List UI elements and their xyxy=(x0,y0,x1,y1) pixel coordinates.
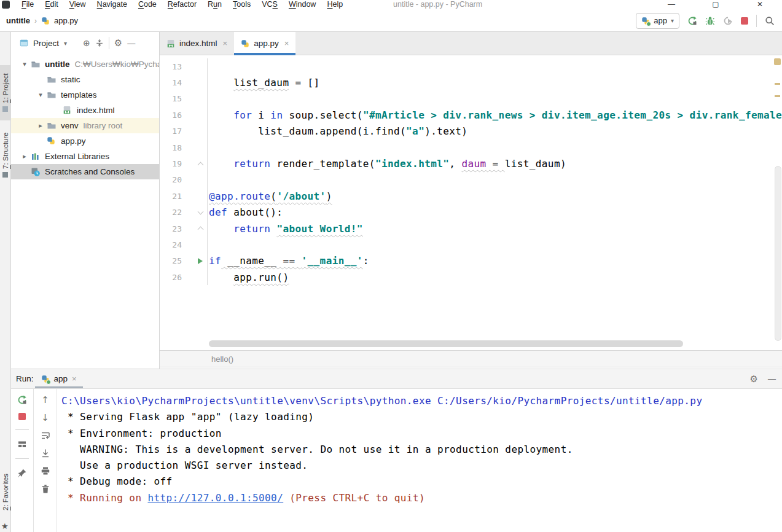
close-tab-icon[interactable]: × xyxy=(72,374,77,383)
code-line-25[interactable]: 25if __name__ == '__main__': xyxy=(160,253,782,269)
clear-all-button[interactable] xyxy=(41,484,50,494)
gutter[interactable]: 13 xyxy=(160,58,208,74)
code-line-18[interactable]: 18 xyxy=(160,139,782,155)
scroll-to-end-button[interactable] xyxy=(41,448,50,458)
maximize-icon[interactable]: ▢ xyxy=(694,0,738,9)
chevron-down-icon[interactable]: ▾ xyxy=(64,40,67,47)
minimize-icon[interactable]: — xyxy=(649,0,694,9)
code-editor[interactable]: 1314 list_daum = []1516 for i in soup.se… xyxy=(160,55,782,285)
code-line-19[interactable]: 19 return render_template("index.html", … xyxy=(160,155,782,171)
inspection-status-icon[interactable] xyxy=(774,58,781,65)
tree-item-untitle[interactable]: ▾untitleC:₩Users₩kio₩Pycha xyxy=(11,57,159,72)
menu-refactor[interactable]: Refactor xyxy=(162,0,202,10)
warning-mark[interactable] xyxy=(775,95,780,97)
gear-icon[interactable]: ⚙ xyxy=(114,37,122,49)
tree-item-static[interactable]: static xyxy=(11,72,159,87)
menu-window[interactable]: Window xyxy=(283,0,321,10)
gutter[interactable]: 23 xyxy=(160,221,208,237)
tree-expanded-icon[interactable]: ▾ xyxy=(34,91,47,99)
gutter[interactable]: 26 xyxy=(160,269,208,285)
fold-marker-icon[interactable] xyxy=(198,227,204,233)
tree-item-external-libraries[interactable]: ▸External Libraries xyxy=(11,149,159,164)
vertical-scrollbar[interactable] xyxy=(775,166,781,341)
close-tab-icon[interactable]: × xyxy=(223,39,228,48)
tab-app-py[interactable]: app.py × xyxy=(234,32,295,55)
hide-panel-icon[interactable]: — xyxy=(768,374,776,383)
menu-view[interactable]: View xyxy=(64,0,92,10)
rerun-button[interactable] xyxy=(687,16,697,26)
breadcrumb-file[interactable]: app.py xyxy=(54,16,78,25)
gear-icon[interactable]: ⚙ xyxy=(750,374,758,385)
close-icon[interactable]: ✕ xyxy=(738,0,782,9)
tool-button-structure[interactable]: 7: Structure xyxy=(0,124,11,186)
tree-expanded-icon[interactable]: ▾ xyxy=(18,60,31,68)
horizontal-scrollbar[interactable] xyxy=(209,340,683,347)
tree-collapsed-icon[interactable]: ▸ xyxy=(18,152,31,160)
menu-vcs[interactable]: VCS xyxy=(256,0,283,10)
run-line-icon[interactable] xyxy=(198,258,203,264)
code-line-14[interactable]: 14 list_daum = [] xyxy=(160,74,782,90)
hide-panel-icon[interactable]: — xyxy=(127,39,135,48)
up-stacktrace-icon[interactable]: ↑ xyxy=(41,395,49,405)
code-line-13[interactable]: 13 xyxy=(160,58,782,74)
gutter[interactable]: 22 xyxy=(160,205,208,221)
gutter[interactable]: 18 xyxy=(160,139,208,155)
stop-button[interactable] xyxy=(18,413,26,420)
tree-item-templates[interactable]: ▾templates xyxy=(11,87,159,103)
tree-item-app-py[interactable]: app.py xyxy=(11,133,159,149)
code-line-24[interactable]: 24 xyxy=(160,237,782,252)
gutter[interactable]: 16 xyxy=(160,107,208,123)
code-line-16[interactable]: 16 for i in soup.select("#mArticle > div… xyxy=(160,107,782,123)
debug-button[interactable] xyxy=(705,16,715,26)
pin-tab-button[interactable] xyxy=(17,468,27,478)
fold-marker-icon[interactable] xyxy=(198,208,204,214)
warning-mark[interactable] xyxy=(775,83,780,85)
run-configuration-select[interactable]: app ▾ xyxy=(636,13,679,29)
gutter[interactable]: 21 xyxy=(160,188,208,204)
gutter[interactable]: 24 xyxy=(160,237,208,252)
console-url-link[interactable]: http://127.0.0.1:5000/ xyxy=(147,492,283,504)
gutter[interactable]: 19 xyxy=(160,155,208,171)
menu-tools[interactable]: Tools xyxy=(227,0,256,10)
rerun-button[interactable] xyxy=(17,395,27,405)
tree-item-venv[interactable]: ▸venvlibrary root xyxy=(11,118,159,133)
run-with-coverage-button[interactable] xyxy=(723,16,733,26)
gutter[interactable]: 25 xyxy=(160,253,208,269)
gutter[interactable]: 17 xyxy=(160,123,208,139)
tool-button-project[interactable]: 1: Project xyxy=(0,65,11,120)
code-line-20[interactable]: 20 xyxy=(160,172,782,188)
soft-wrap-button[interactable] xyxy=(41,431,50,440)
menu-code[interactable]: Code xyxy=(133,0,162,10)
code-line-23[interactable]: 23 return "about World!" xyxy=(160,221,782,237)
code-line-17[interactable]: 17 list_daum.append(i.find("a").text) xyxy=(160,123,782,139)
menu-help[interactable]: Help xyxy=(321,0,348,10)
collapse-all-icon[interactable] xyxy=(95,39,104,47)
tree-collapsed-icon[interactable]: ▸ xyxy=(34,122,47,130)
tree-item-scratches-and-consoles[interactable]: Scratches and Consoles xyxy=(11,164,159,179)
gutter[interactable]: 14 xyxy=(160,74,208,90)
print-button[interactable] xyxy=(41,466,50,476)
gutter[interactable]: 15 xyxy=(160,91,208,107)
menu-edit[interactable]: Edit xyxy=(39,0,64,10)
star-icon[interactable]: ★ xyxy=(1,522,9,531)
search-everywhere-button[interactable] xyxy=(765,16,775,26)
menu-run[interactable]: Run xyxy=(202,0,227,10)
gutter[interactable]: 20 xyxy=(160,172,208,188)
code-line-15[interactable]: 15 xyxy=(160,91,782,107)
down-stacktrace-icon[interactable]: ↓ xyxy=(41,413,49,423)
restore-layout-button[interactable] xyxy=(17,439,27,449)
locate-file-icon[interactable]: ⊕ xyxy=(83,39,90,47)
menu-file[interactable]: File xyxy=(16,0,39,10)
fold-marker-icon[interactable] xyxy=(198,162,204,168)
code-line-22[interactable]: 22def about(): xyxy=(160,205,782,221)
stop-button[interactable] xyxy=(741,17,748,25)
run-tab-app[interactable]: app × xyxy=(34,369,84,388)
close-tab-icon[interactable]: × xyxy=(284,39,289,48)
menu-navigate[interactable]: Navigate xyxy=(92,0,133,10)
code-line-21[interactable]: 21@app.route('/about') xyxy=(160,188,782,204)
tool-button-favorites[interactable]: 2: Favorites xyxy=(0,466,11,518)
tab-index-html[interactable]: index.html × xyxy=(160,32,234,55)
breadcrumb-project[interactable]: untitle xyxy=(6,16,30,25)
project-panel-title[interactable]: Project xyxy=(33,39,59,48)
code-line-26[interactable]: 26 app.run() xyxy=(160,269,782,285)
